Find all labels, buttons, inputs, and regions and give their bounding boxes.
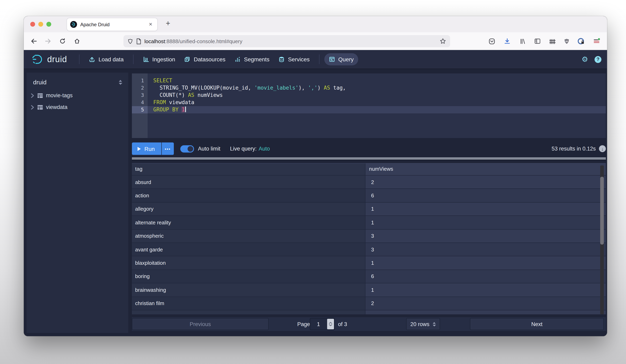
next-page-button[interactable]: Next xyxy=(470,318,604,330)
table-row[interactable]: atmospheric3 xyxy=(132,229,606,243)
url-bar[interactable]: localhost:8888/unified-console.html#quer… xyxy=(123,35,450,47)
cell-tag[interactable]: avant garde xyxy=(132,243,365,256)
reload-icon[interactable] xyxy=(58,37,67,45)
app-nav-bar: druid Load data Ingestion xyxy=(24,50,607,69)
zoom-window-button[interactable] xyxy=(46,22,51,27)
toggle-knob xyxy=(187,146,193,152)
browser-tab[interactable]: Apache Druid ✕ xyxy=(67,18,157,31)
cell-tag[interactable]: allegory xyxy=(132,202,365,216)
home-icon[interactable] xyxy=(73,37,81,45)
download-results-icon[interactable]: ↓ xyxy=(599,145,606,152)
query-pane: 12345 SELECT STRING_TO_MV(LOOKUP(movie_i… xyxy=(132,73,606,333)
tracking-shield-icon[interactable] xyxy=(127,38,133,44)
table-row[interactable]: action6 xyxy=(132,189,606,202)
results-header: tag numViews xyxy=(132,163,606,176)
cell-numviews[interactable]: 2 xyxy=(365,297,606,310)
table-row[interactable]: blaxploitation1 xyxy=(132,256,606,270)
page-info-icon[interactable] xyxy=(136,38,141,44)
cell-numviews[interactable]: 1 xyxy=(365,202,606,216)
code-line[interactable]: GROUP BY 1 xyxy=(148,106,606,113)
cell-numviews[interactable]: 2 xyxy=(365,176,606,189)
pocket-icon[interactable] xyxy=(488,37,496,45)
ublock-shield-icon[interactable]: uo xyxy=(563,37,571,45)
new-tab-button[interactable]: + xyxy=(162,19,173,28)
bookmark-star-icon[interactable] xyxy=(440,38,446,44)
cell-tag[interactable]: brainwashing xyxy=(132,283,365,296)
table-row[interactable]: boring6 xyxy=(132,270,606,283)
code-line[interactable]: FROM viewdata xyxy=(148,99,606,106)
nav-item-datasources[interactable]: Datasources xyxy=(180,53,230,65)
code-line[interactable]: COUNT(*) AS numViews xyxy=(148,92,606,99)
menu-hamburger-icon[interactable] xyxy=(592,37,601,45)
nav-item-segments[interactable]: Segments xyxy=(230,53,274,65)
library-icon[interactable] xyxy=(519,37,527,45)
nav-item-services[interactable]: Services xyxy=(274,53,314,65)
nav-item-query[interactable]: Query xyxy=(324,53,358,65)
line-number: 2 xyxy=(132,84,148,92)
brand-name: druid xyxy=(47,54,67,64)
run-more-button[interactable]: ••• xyxy=(161,142,174,155)
table-row[interactable]: christian film2 xyxy=(132,297,606,310)
cell-numviews[interactable]: 1 xyxy=(365,283,606,296)
cell-tag[interactable]: action xyxy=(132,189,365,202)
minimize-window-button[interactable] xyxy=(38,22,43,27)
live-query-label[interactable]: Live query: xyxy=(230,146,257,152)
column-header-numviews[interactable]: numViews xyxy=(365,163,606,175)
settings-gear-icon[interactable]: ⚙ xyxy=(582,56,588,63)
cell-numviews[interactable]: 1 xyxy=(365,216,606,229)
url-text[interactable]: localhost:8888/unified-console.html#quer… xyxy=(144,38,242,44)
password-manager-icon[interactable] xyxy=(577,37,585,45)
table-row[interactable]: brainwashing1 xyxy=(132,283,606,297)
cell-numviews[interactable]: 6 xyxy=(365,270,606,283)
druid-logo[interactable]: druid xyxy=(32,53,67,65)
cell-numviews[interactable]: 3 xyxy=(365,229,606,243)
rows-per-page-select[interactable]: 20 rows xyxy=(406,318,440,330)
page-number-input[interactable]: 1 xyxy=(310,318,335,330)
pane-splitter-handle[interactable] xyxy=(132,157,606,161)
nav-item-ingestion[interactable]: Ingestion xyxy=(138,53,180,65)
cell-numviews[interactable]: 3 xyxy=(365,243,606,256)
download-icon[interactable] xyxy=(503,37,511,45)
schema-header[interactable]: druid xyxy=(27,73,128,90)
cell-tag[interactable]: christian film xyxy=(132,297,365,310)
cell-tag[interactable]: absurd xyxy=(132,176,365,189)
nav-right-actions: ⚙ ? xyxy=(582,56,601,63)
live-query-value[interactable]: Auto xyxy=(259,146,270,152)
cell-numviews[interactable]: 6 xyxy=(365,189,606,202)
scrollbar-thumb[interactable] xyxy=(600,177,604,244)
table-row[interactable]: avant garde3 xyxy=(132,243,606,256)
browser-window: Apache Druid ✕ + xyxy=(24,16,607,336)
cell-tag[interactable]: atmospheric xyxy=(132,229,365,243)
cell-tag[interactable]: alternate reality xyxy=(132,216,365,229)
code-line[interactable]: STRING_TO_MV(LOOKUP(movie_id, 'movie_lab… xyxy=(148,84,606,92)
table-row[interactable]: absurd2 xyxy=(132,176,606,189)
run-button[interactable]: Run xyxy=(132,142,161,155)
table-row[interactable]: allegory1 xyxy=(132,202,606,216)
vertical-scrollbar[interactable] xyxy=(600,165,604,314)
column-header-tag[interactable]: tag xyxy=(132,163,365,175)
code-line[interactable]: SELECT xyxy=(148,77,606,84)
close-window-button[interactable] xyxy=(30,22,35,27)
back-icon[interactable] xyxy=(30,37,38,45)
help-icon[interactable]: ? xyxy=(594,56,601,63)
browser-toolbar: localhost:8888/unified-console.html#quer… xyxy=(24,32,607,50)
run-bar: Run ••• Auto limit Live query: Auto 53 r… xyxy=(132,142,606,155)
sort-caret-icon[interactable] xyxy=(118,79,123,85)
cell-numviews[interactable]: 1 xyxy=(365,256,606,270)
tab-close-icon[interactable]: ✕ xyxy=(147,21,154,28)
cell-tag[interactable]: blaxploitation xyxy=(132,256,365,270)
cell-tag[interactable]: boring xyxy=(132,270,365,283)
nav-item-load-data[interactable]: Load data xyxy=(84,53,128,65)
editor-code[interactable]: SELECT STRING_TO_MV(LOOKUP(movie_id, 'mo… xyxy=(148,74,606,138)
previous-page-button[interactable]: Previous xyxy=(132,318,269,330)
services-icon xyxy=(278,56,285,63)
auto-limit-toggle[interactable] xyxy=(180,145,194,152)
table-row[interactable]: alternate reality1 xyxy=(132,216,606,229)
sidebar-table-viewdata[interactable]: viewdata xyxy=(27,101,128,113)
page-spinner[interactable] xyxy=(327,319,334,329)
sql-editor[interactable]: 12345 SELECT STRING_TO_MV(LOOKUP(movie_i… xyxy=(132,74,606,138)
containers-fence-icon[interactable] xyxy=(548,37,556,45)
sidebar-table-movie-tags[interactable]: movie-tags xyxy=(27,90,128,101)
sidebar-toggle-icon[interactable] xyxy=(533,37,541,45)
forward-icon[interactable] xyxy=(44,37,52,45)
